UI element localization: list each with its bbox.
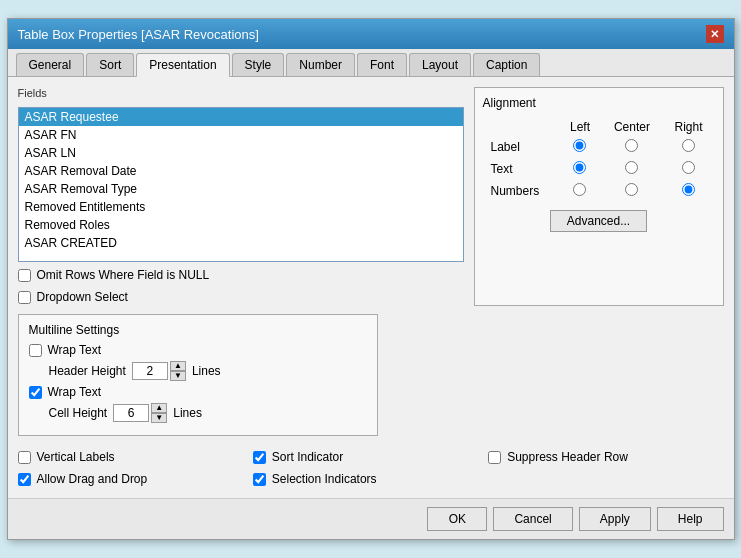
apply-button[interactable]: Apply	[579, 507, 651, 531]
content-area: Fields ASAR Requestee ASAR FN ASAR LN AS…	[8, 77, 734, 498]
dropdown-select-row: Dropdown Select	[18, 290, 464, 304]
tab-general[interactable]: General	[16, 53, 85, 76]
ok-button[interactable]: OK	[427, 507, 487, 531]
bottom-checks: Vertical Labels Allow Drag and Drop Sort…	[18, 448, 724, 488]
field-item[interactable]: ASAR Removal Date	[19, 162, 463, 180]
wrap-cell-label: Wrap Text	[48, 385, 102, 399]
wrap-header-label: Wrap Text	[48, 343, 102, 357]
help-button[interactable]: Help	[657, 507, 724, 531]
close-button[interactable]: ✕	[706, 25, 724, 43]
cell-height-suffix: Lines	[173, 406, 202, 420]
fields-list[interactable]: ASAR Requestee ASAR FN ASAR LN ASAR Remo…	[18, 107, 464, 262]
col-center-header: Center	[601, 118, 662, 136]
wrap-header-checkbox[interactable]	[29, 344, 42, 357]
cell-height-spinner-buttons: ▲ ▼	[151, 403, 167, 423]
tabs-row: General Sort Presentation Style Number F…	[8, 49, 734, 77]
selection-indicators-row: Selection Indicators	[253, 472, 488, 486]
multiline-title: Multiline Settings	[29, 323, 367, 337]
cell-height-down[interactable]: ▼	[151, 413, 167, 423]
check-col-1: Vertical Labels Allow Drag and Drop	[18, 448, 253, 488]
col-left-header: Left	[559, 118, 601, 136]
field-item[interactable]: ASAR Requestee	[19, 108, 463, 126]
text-left-radio[interactable]	[573, 161, 586, 174]
field-item[interactable]: ASAR FN	[19, 126, 463, 144]
selection-indicators-checkbox[interactable]	[253, 473, 266, 486]
sort-indicator-checkbox[interactable]	[253, 451, 266, 464]
title-bar: Table Box Properties [ASAR Revocations] …	[8, 19, 734, 49]
vertical-labels-row: Vertical Labels	[18, 450, 253, 464]
wrap-cell-checkbox[interactable]	[29, 386, 42, 399]
dropdown-select-checkbox[interactable]	[18, 291, 31, 304]
text-center-radio[interactable]	[625, 161, 638, 174]
header-height-input[interactable]	[132, 362, 168, 380]
wrap-cell-row: Wrap Text	[29, 385, 367, 399]
align-label-row: Label	[483, 136, 715, 158]
align-text-text: Text	[483, 158, 559, 180]
text-right-radio[interactable]	[682, 161, 695, 174]
cancel-button[interactable]: Cancel	[493, 507, 572, 531]
alignment-table: Left Center Right Label T	[483, 118, 715, 202]
alignment-group: Alignment Left Center Right Label	[474, 87, 724, 306]
tab-sort[interactable]: Sort	[86, 53, 134, 76]
omit-rows-row: Omit Rows Where Field is NULL	[18, 268, 464, 282]
omit-rows-checkbox[interactable]	[18, 269, 31, 282]
numbers-right-radio[interactable]	[682, 183, 695, 196]
header-height-spinner-buttons: ▲ ▼	[170, 361, 186, 381]
numbers-center-radio[interactable]	[625, 183, 638, 196]
label-right-radio[interactable]	[682, 139, 695, 152]
dropdown-select-label: Dropdown Select	[37, 290, 128, 304]
check-col-3: Suppress Header Row	[488, 448, 723, 488]
field-item[interactable]: ASAR Removal Type	[19, 180, 463, 198]
allow-drag-checkbox[interactable]	[18, 473, 31, 486]
top-section: Fields ASAR Requestee ASAR FN ASAR LN AS…	[18, 87, 724, 306]
tab-font[interactable]: Font	[357, 53, 407, 76]
header-height-suffix: Lines	[192, 364, 221, 378]
suppress-header-checkbox[interactable]	[488, 451, 501, 464]
vertical-labels-checkbox[interactable]	[18, 451, 31, 464]
sort-indicator-row: Sort Indicator	[253, 450, 488, 464]
field-item[interactable]: Removed Roles	[19, 216, 463, 234]
cell-height-up[interactable]: ▲	[151, 403, 167, 413]
label-left-radio[interactable]	[573, 139, 586, 152]
align-numbers-row: Numbers	[483, 180, 715, 202]
tab-layout[interactable]: Layout	[409, 53, 471, 76]
title-text: Table Box Properties [ASAR Revocations]	[18, 27, 259, 42]
alignment-title: Alignment	[483, 96, 715, 110]
allow-drag-label: Allow Drag and Drop	[37, 472, 148, 486]
label-center-radio[interactable]	[625, 139, 638, 152]
footer: OK Cancel Apply Help	[8, 498, 734, 539]
cell-height-label: Cell Height	[49, 406, 108, 420]
check-col-2: Sort Indicator Selection Indicators	[253, 448, 488, 488]
fields-label: Fields	[18, 87, 464, 99]
cell-height-row: Cell Height ▲ ▼ Lines	[49, 403, 367, 423]
col-right-header: Right	[663, 118, 715, 136]
tab-presentation[interactable]: Presentation	[136, 53, 229, 77]
omit-rows-label: Omit Rows Where Field is NULL	[37, 268, 210, 282]
tab-style[interactable]: Style	[232, 53, 285, 76]
align-label-text: Label	[483, 136, 559, 158]
cell-height-input[interactable]	[113, 404, 149, 422]
advanced-button[interactable]: Advanced...	[550, 210, 647, 232]
header-height-label: Header Height	[49, 364, 126, 378]
suppress-header-row: Suppress Header Row	[488, 450, 723, 464]
field-item[interactable]: ASAR LN	[19, 144, 463, 162]
suppress-header-label: Suppress Header Row	[507, 450, 628, 464]
header-height-row: Header Height ▲ ▼ Lines	[49, 361, 367, 381]
dialog: Table Box Properties [ASAR Revocations] …	[7, 18, 735, 540]
cell-height-spinner: ▲ ▼	[113, 403, 167, 423]
allow-drag-row: Allow Drag and Drop	[18, 472, 253, 486]
field-item[interactable]: Removed Entitlements	[19, 198, 463, 216]
tab-number[interactable]: Number	[286, 53, 355, 76]
multiline-group: Multiline Settings Wrap Text Header Heig…	[18, 314, 378, 436]
field-item[interactable]: ASAR CREATED	[19, 234, 463, 252]
wrap-header-row: Wrap Text	[29, 343, 367, 357]
header-height-spinner: ▲ ▼	[132, 361, 186, 381]
align-numbers-text: Numbers	[483, 180, 559, 202]
sort-indicator-label: Sort Indicator	[272, 450, 343, 464]
header-height-up[interactable]: ▲	[170, 361, 186, 371]
vertical-labels-label: Vertical Labels	[37, 450, 115, 464]
header-height-down[interactable]: ▼	[170, 371, 186, 381]
selection-indicators-label: Selection Indicators	[272, 472, 377, 486]
tab-caption[interactable]: Caption	[473, 53, 540, 76]
numbers-left-radio[interactable]	[573, 183, 586, 196]
